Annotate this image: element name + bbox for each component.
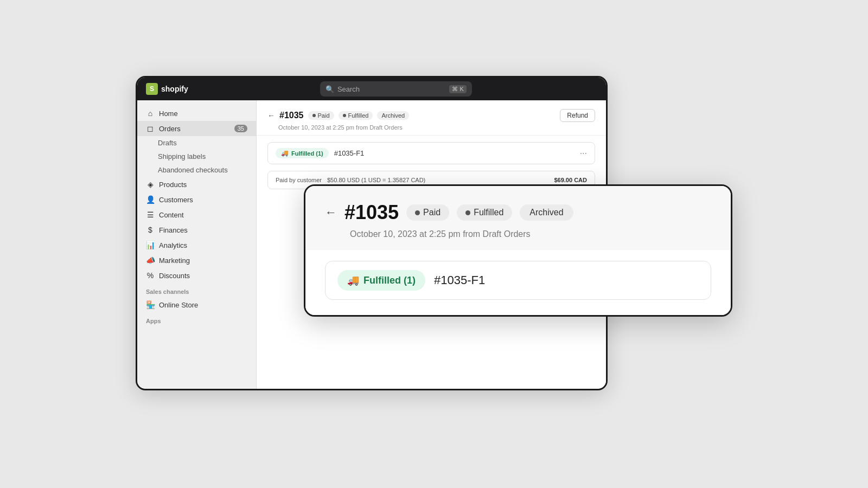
fg-order-number: #1035 (344, 201, 399, 224)
payment-label-small: Paid by customer (276, 177, 322, 183)
paid-badge-small: Paid (308, 111, 334, 120)
customers-icon: 👤 (146, 195, 155, 204)
fg-archived-badge: Archived (520, 204, 573, 221)
search-area: 🔍 Search ⌘ K (195, 81, 597, 97)
apps-section: Apps (137, 312, 256, 326)
order-number-small: #1035 (279, 111, 304, 120)
fg-paid-dot (415, 210, 420, 215)
fg-fulfilled-dot (465, 210, 470, 215)
fg-back-arrow[interactable]: ← (325, 206, 337, 220)
finances-icon: $ (146, 226, 155, 234)
sales-channels-section: Sales channels (137, 283, 256, 297)
paid-dot (312, 114, 316, 117)
analytics-icon: 📊 (146, 241, 155, 249)
paid-label-small: Paid (318, 112, 330, 119)
foreground-card: ← #1035 Paid Fulfilled Archived October … (304, 184, 732, 317)
sidebar-item-products[interactable]: ◈ Products (137, 177, 256, 192)
sidebar-item-marketing[interactable]: 📣 Marketing (137, 253, 256, 268)
refund-button-small[interactable]: Refund (560, 109, 595, 122)
sidebar-orders-label: Orders (159, 125, 181, 133)
home-icon: ⌂ (146, 109, 155, 118)
sidebar-item-content[interactable]: ☰ Content (137, 207, 256, 222)
sidebar-discounts-label: Discounts (159, 272, 190, 280)
shipping-labels-label: Shipping labels (158, 152, 206, 160)
fulfilled-row-small: 🚚 Fulfilled (1) #1035-F1 ··· (267, 142, 595, 164)
sidebar-item-online-store[interactable]: 🏪 Online Store (137, 297, 256, 312)
online-store-icon: 🏪 (146, 300, 155, 309)
fulfilled-dot (343, 114, 346, 117)
fg-fulfilled-badge: Fulfilled (457, 204, 512, 221)
back-arrow-small[interactable]: ← (267, 111, 275, 120)
fg-paid-label: Paid (423, 208, 441, 217)
payment-cad-small: $69.00 CAD (554, 177, 587, 183)
fg-truck-icon: 🚚 (347, 274, 359, 286)
sidebar-item-finances[interactable]: $ Finances (137, 222, 256, 237)
drafts-label: Drafts (158, 139, 177, 147)
fg-paid-badge: Paid (406, 204, 449, 221)
orders-badge: 35 (234, 125, 247, 132)
fg-body: 🚚 Fulfilled (1) #1035-F1 (305, 250, 731, 315)
sidebar-item-orders[interactable]: ◻ Orders 35 (137, 121, 256, 136)
sidebar-finances-label: Finances (159, 226, 188, 234)
sidebar-online-store-label: Online Store (159, 301, 198, 309)
payment-usd-small: $50.80 USD (1 USD = 1.35827 CAD) (327, 177, 425, 183)
fulfilled-id-small: #1035-F1 (334, 149, 365, 157)
fg-fulfilled-label: Fulfilled (474, 208, 503, 217)
order-header-small: ← #1035 Paid Fulfilled Archived (257, 100, 606, 136)
discounts-icon: % (146, 271, 155, 280)
fg-fulfilled-status-badge: 🚚 Fulfilled (1) (337, 270, 425, 291)
abandoned-checkouts-label: Abandoned checkouts (158, 166, 228, 174)
app-name: shopify (161, 85, 188, 93)
sidebar-item-customers[interactable]: 👤 Customers (137, 192, 256, 207)
sidebar-item-drafts[interactable]: Drafts (137, 136, 256, 150)
archived-badge-small: Archived (377, 111, 409, 120)
search-bar[interactable]: 🔍 Search ⌘ K (320, 81, 472, 97)
fulfilled-count-small: Fulfilled (1) (291, 150, 323, 157)
fg-header: ← #1035 Paid Fulfilled Archived October … (305, 186, 731, 250)
titlebar: S shopify 🔍 Search ⌘ K (137, 78, 606, 100)
order-subtitle-small: October 10, 2023 at 2:25 pm from Draft O… (267, 124, 595, 131)
search-icon: 🔍 (326, 85, 334, 93)
products-icon: ◈ (146, 180, 155, 189)
fg-subtitle: October 10, 2023 at 2:25 pm from Draft O… (325, 229, 711, 239)
content-icon: ☰ (146, 210, 155, 219)
sidebar-item-abandoned-checkouts[interactable]: Abandoned checkouts (137, 163, 256, 177)
sidebar-item-home[interactable]: ⌂ Home (137, 106, 256, 121)
search-shortcut: ⌘ K (449, 85, 466, 93)
scene: S shopify 🔍 Search ⌘ K ⌂ Home ◻ (136, 76, 732, 412)
fg-fulfilled-row: 🚚 Fulfilled (1) #1035-F1 (325, 261, 711, 300)
truck-icon-small: 🚚 (281, 150, 289, 157)
sidebar-marketing-label: Marketing (159, 256, 190, 265)
shopify-logo-icon: S (146, 83, 158, 95)
order-title-row-small: ← #1035 Paid Fulfilled Archived (267, 109, 595, 122)
orders-icon: ◻ (146, 124, 155, 133)
fg-title-row: ← #1035 Paid Fulfilled Archived (325, 201, 711, 224)
sidebar-analytics-label: Analytics (159, 241, 187, 249)
sidebar-customers-label: Customers (159, 196, 193, 204)
fulfilled-label-small: Fulfilled (348, 112, 369, 119)
sidebar-home-label: Home (159, 110, 178, 118)
fulfilled-badge-small: Fulfilled (339, 111, 373, 120)
sidebar-content-label: Content (159, 211, 184, 219)
fulfilled-status-badge-small: 🚚 Fulfilled (1) (276, 148, 329, 158)
search-placeholder: Search (337, 85, 360, 93)
sidebar-item-discounts[interactable]: % Discounts (137, 268, 256, 283)
sidebar-item-shipping-labels[interactable]: Shipping labels (137, 150, 256, 163)
fg-fulfilled-count: Fulfilled (1) (363, 275, 416, 286)
marketing-icon: 📣 (146, 256, 155, 265)
sidebar-products-label: Products (159, 181, 187, 189)
sidebar: ⌂ Home ◻ Orders 35 Drafts Shipping label… (137, 100, 257, 389)
fg-fulfilled-id: #1035-F1 (434, 273, 485, 287)
sidebar-item-analytics[interactable]: 📊 Analytics (137, 237, 256, 253)
archived-label-small: Archived (381, 112, 405, 119)
shopify-logo: S shopify (146, 83, 188, 95)
more-options-small[interactable]: ··· (580, 149, 587, 158)
